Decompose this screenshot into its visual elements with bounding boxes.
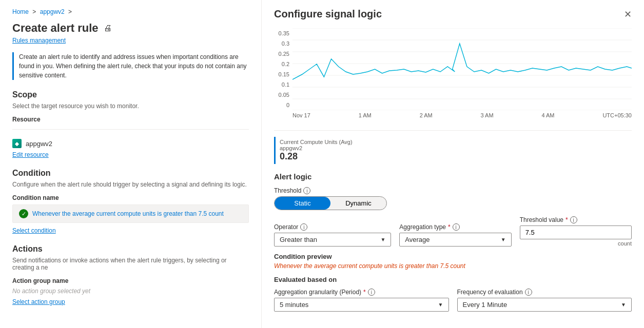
y-label-7: 0.35 [274,30,289,36]
chart-container: 0.35 0.3 0.25 0.2 0.15 0.1 0.05 0 [274,28,632,131]
condition-name-box: ✓ Whenever the average current compute u… [12,204,249,223]
breadcrumb-home[interactable]: Home [12,8,29,15]
scope-title: Scope [12,90,249,99]
operator-dropdown[interactable]: Greater than ▼ [274,233,391,247]
breadcrumb-sep1: > [32,8,36,15]
close-button[interactable]: ✕ [624,9,632,20]
chart-resource-name: appgwv2 [280,145,628,151]
resource-label: Resource [12,116,249,123]
scope-desc: Select the target resource you wish to m… [12,102,249,110]
breadcrumb-appgwv2[interactable]: appgwv2 [40,8,65,15]
breadcrumb-sep2: > [68,8,72,15]
left-panel: Home > appgwv2 > Create alert rule 🖨 Rul… [0,0,262,328]
alert-logic-title: Alert logic [274,172,632,181]
actions-title: Actions [12,244,249,254]
evaluated-fields: Aggregation granularity (Period) * i 5 m… [274,289,632,312]
edit-resource-link[interactable]: Edit resource [12,151,249,158]
x-label-1am: 1 AM [359,112,372,118]
operator-group: Operator i Greater than ▼ [274,223,391,247]
print-icon[interactable]: 🖨 [104,24,112,33]
granularity-label: Aggregation granularity (Period) * i [274,289,449,296]
x-label-4am: 4 AM [541,112,554,118]
threshold-value-input[interactable] [520,225,632,239]
threshold-value-required: * [565,216,568,223]
agg-type-dropdown-arrow: ▼ [501,237,506,242]
no-action-text: No action group selected yet [12,288,249,295]
frequency-dropdown-arrow: ▼ [621,302,626,308]
x-label-2am: 2 AM [420,112,433,118]
y-label-6: 0.3 [274,40,289,47]
static-toggle-button[interactable]: Static [275,197,330,210]
panel-header: Configure signal logic ✕ [274,8,632,20]
threshold-toggle-group: Static Dynamic [274,196,387,210]
agg-type-value: Average [405,236,430,243]
action-group-label: Action group name [12,277,249,284]
x-label-utc: UTC+05:30 [602,112,632,118]
condition-preview-title: Condition preview [274,253,632,260]
operator-label: Operator i [274,223,391,231]
threshold-label: Threshold i [274,187,632,194]
info-text: Create an alert rule to identify and add… [12,52,249,80]
agg-type-required: * [448,223,451,231]
condition-desc: Configure when the alert rule should tri… [12,181,249,188]
rules-management-link[interactable]: Rules management [12,37,249,44]
resource-row: ◆ appgwv2 [12,136,249,151]
y-label-3: 0.15 [274,71,289,77]
agg-type-info-icon[interactable]: i [453,223,460,231]
chart-x-labels: Nov 17 1 AM 2 AM 3 AM 4 AM UTC+05:30 [274,110,632,120]
page-title: Create alert rule [12,22,99,35]
actions-desc: Send notifications or invoke actions whe… [12,257,249,271]
y-label-2: 0.1 [274,81,289,88]
resource-name: appgwv2 [26,140,52,148]
granularity-dropdown-arrow: ▼ [438,302,443,308]
x-label-3am: 3 AM [481,112,494,118]
granularity-value: 5 minutes [280,301,308,309]
dynamic-toggle-button[interactable]: Dynamic [330,197,386,210]
condition-preview-text: Whenever the average current compute uni… [274,262,632,270]
threshold-row: Threshold i Static Dynamic [274,187,632,210]
chart-value-number: 0.28 [280,151,628,162]
agg-type-dropdown[interactable]: Average ▼ [399,233,511,247]
resource-icon: ◆ [12,139,22,148]
evaluated-section: Evaluated based on Aggregation granulari… [274,276,632,312]
threshold-value-info-icon[interactable]: i [570,216,577,223]
check-circle-icon: ✓ [19,209,28,218]
x-label-nov17: Nov 17 [292,112,310,118]
operator-value: Greater than [280,236,317,243]
threshold-value-label: Threshold value * i [520,216,632,223]
fields-row: Operator i Greater than ▼ Aggregation ty… [274,216,632,247]
agg-type-group: Aggregation type * i Average ▼ [399,223,511,247]
operator-info-icon[interactable]: i [300,223,307,231]
frequency-value: Every 1 Minute [463,301,508,309]
condition-text[interactable]: Whenever the average current compute uni… [32,210,224,217]
agg-type-label: Aggregation type * i [399,223,511,231]
frequency-group: Frequency of evaluation i Every 1 Minute… [457,289,632,312]
operator-dropdown-arrow: ▼ [380,237,385,242]
y-label-0: 0 [274,102,289,108]
breadcrumb: Home > appgwv2 > [12,8,249,15]
select-condition-link[interactable]: Select condition [12,227,249,234]
threshold-value-group: Threshold value * i count [520,216,632,247]
granularity-info-icon[interactable]: i [368,289,375,296]
y-label-1: 0.05 [274,92,289,98]
chart-svg [292,28,632,110]
frequency-dropdown[interactable]: Every 1 Minute ▼ [457,298,632,312]
frequency-label: Frequency of evaluation i [457,289,632,296]
chart-value-display: Current Compute Units (Avg) appgwv2 0.28 [274,137,632,164]
y-label-5: 0.25 [274,51,289,57]
chart-value-label: Current Compute Units (Avg) [280,139,628,145]
granularity-required: * [363,289,366,296]
threshold-info-icon[interactable]: i [303,187,310,194]
chart-y-axis: 0.35 0.3 0.25 0.2 0.15 0.1 0.05 0 [274,28,292,110]
granularity-dropdown[interactable]: 5 minutes ▼ [274,298,449,312]
count-label: count [520,240,632,247]
condition-preview-section: Condition preview Whenever the average c… [274,253,632,270]
y-label-4: 0.2 [274,61,289,67]
evaluated-title: Evaluated based on [274,276,632,283]
condition-title: Condition [12,169,249,178]
select-action-group-link[interactable]: Select action group [12,298,65,305]
granularity-group: Aggregation granularity (Period) * i 5 m… [274,289,449,312]
frequency-info-icon[interactable]: i [525,289,532,296]
panel-title: Configure signal logic [274,8,382,20]
condition-name-label: Condition name [12,194,249,201]
